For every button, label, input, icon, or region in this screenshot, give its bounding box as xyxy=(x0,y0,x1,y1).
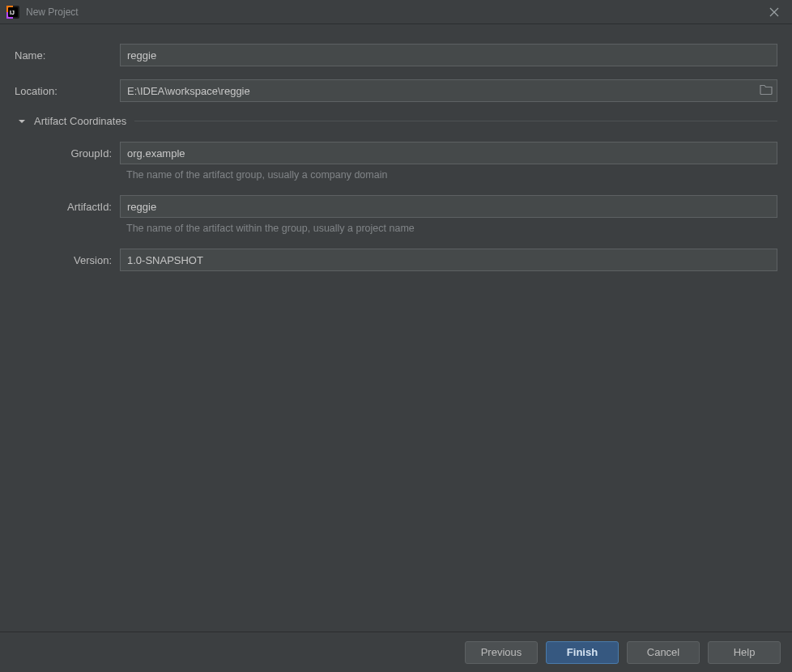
name-input[interactable] xyxy=(120,44,777,66)
close-icon xyxy=(769,7,779,17)
artifactid-hint: The name of the artifact within the grou… xyxy=(126,223,777,234)
groupid-input[interactable] xyxy=(120,142,777,164)
svg-text:IJ: IJ xyxy=(10,10,15,15)
name-row: Name: xyxy=(15,44,777,66)
dialog-content: Name: Location: Artifact Coordinates Gro… xyxy=(0,24,792,271)
version-label: Version: xyxy=(15,254,120,266)
artifact-coordinates-toggle[interactable]: Artifact Coordinates xyxy=(15,115,777,127)
browse-location-button[interactable] xyxy=(760,84,773,98)
artifactid-row: ArtifactId: xyxy=(15,195,777,218)
name-label: Name: xyxy=(15,49,120,62)
finish-button[interactable]: Finish xyxy=(546,641,619,664)
version-input[interactable] xyxy=(120,249,777,271)
help-button[interactable]: Help xyxy=(708,641,781,664)
artifactid-input[interactable] xyxy=(120,195,777,218)
version-row: Version: xyxy=(15,249,777,271)
previous-button[interactable]: Previous xyxy=(465,641,538,664)
titlebar: IJ New Project xyxy=(0,0,792,24)
groupid-row: GroupId: xyxy=(15,142,777,164)
location-input[interactable] xyxy=(120,79,777,102)
window-title: New Project xyxy=(26,6,763,18)
close-button[interactable] xyxy=(763,1,786,23)
chevron-down-icon xyxy=(15,117,29,125)
folder-icon xyxy=(760,84,773,96)
artifactid-label: ArtifactId: xyxy=(15,201,120,213)
location-label: Location: xyxy=(15,85,120,97)
cancel-button[interactable]: Cancel xyxy=(627,641,700,664)
location-row: Location: xyxy=(15,79,777,102)
button-bar: Previous Finish Cancel Help xyxy=(0,632,792,672)
intellij-icon: IJ xyxy=(6,6,19,19)
section-title: Artifact Coordinates xyxy=(34,115,126,127)
section-divider xyxy=(134,121,777,121)
groupid-label: GroupId: xyxy=(15,147,120,159)
groupid-hint: The name of the artifact group, usually … xyxy=(126,169,777,181)
